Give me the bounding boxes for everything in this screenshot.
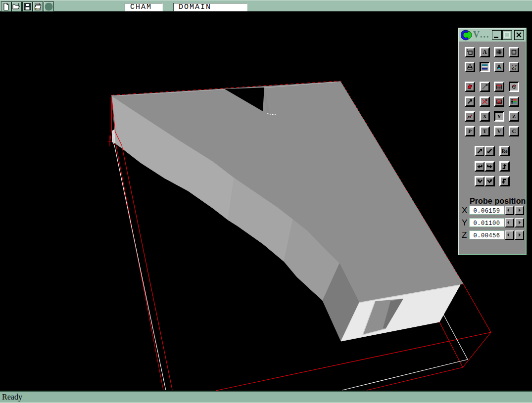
svg-text:V: V [497, 128, 501, 134]
svg-text:y: y [515, 64, 517, 67]
svg-text:Z: Z [512, 113, 516, 119]
svg-text:x: x [515, 67, 516, 70]
svg-text:Y: Y [497, 113, 501, 119]
svg-text:Re: Re [502, 148, 508, 154]
svg-text:T: T [483, 128, 487, 134]
svg-text:P: P [468, 128, 472, 134]
svg-text:C: C [512, 128, 516, 134]
svg-text:z: z [512, 64, 514, 67]
svg-text:A: A [483, 49, 487, 55]
svg-text:X: X [483, 113, 487, 119]
